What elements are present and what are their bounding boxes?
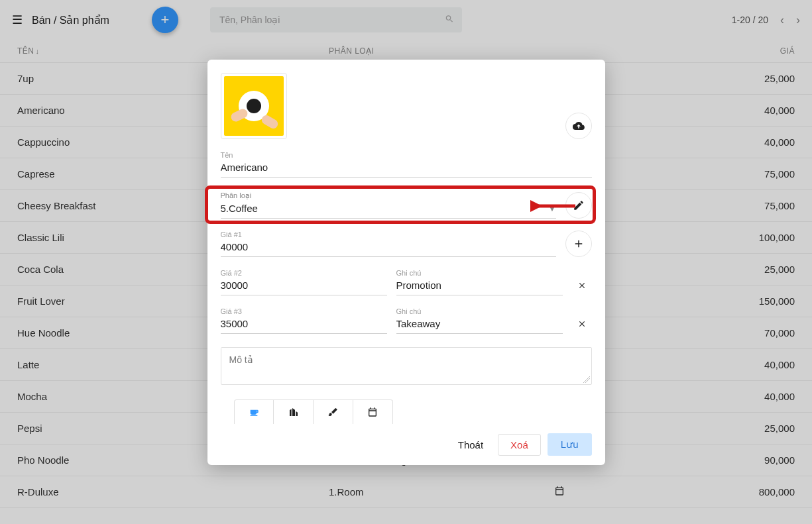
- remove-price2-button[interactable]: [572, 276, 592, 295]
- upload-image-button[interactable]: [565, 113, 592, 139]
- add-price-button[interactable]: [565, 231, 592, 257]
- price2-label: Giá #2: [221, 269, 387, 277]
- delete-button[interactable]: Xoá: [498, 434, 541, 456]
- brush-icon: [327, 407, 338, 417]
- price1-input[interactable]: [221, 238, 556, 257]
- category-label: Phân loại: [221, 191, 252, 199]
- edit-icon: [573, 199, 585, 211]
- chevron-down-icon: ▼: [549, 205, 556, 213]
- calendar-icon: [367, 407, 378, 417]
- category-value: 5.Coffee: [221, 203, 258, 214]
- name-input[interactable]: [221, 159, 592, 178]
- price3-label: Giá #3: [221, 307, 387, 315]
- plus-icon: [573, 238, 585, 250]
- modal-overlay: Tên Phân loại 5.Coffee ▼ Giá #1: [0, 0, 812, 524]
- type-tabbar: [234, 399, 393, 424]
- price1-label: Giá #1: [221, 231, 556, 238]
- resize-handle-icon[interactable]: [583, 376, 590, 383]
- save-button[interactable]: Lưu: [548, 433, 592, 456]
- tab-food[interactable]: [274, 400, 314, 424]
- cloud-upload-icon: [573, 120, 585, 132]
- exit-button[interactable]: Thoát: [450, 434, 491, 456]
- buildings-icon: [288, 407, 299, 417]
- price3-input[interactable]: [221, 315, 387, 334]
- edit-category-button[interactable]: [565, 192, 592, 219]
- note3-input[interactable]: [396, 315, 563, 334]
- modal-footer: Thoát Xoá Lưu: [221, 433, 592, 456]
- price2-input[interactable]: [221, 277, 387, 295]
- tab-schedule[interactable]: [353, 400, 392, 424]
- remove-price3-button[interactable]: [572, 314, 592, 334]
- name-label: Tên: [221, 151, 592, 159]
- cup-icon: [249, 407, 259, 417]
- product-thumbnail[interactable]: [221, 73, 287, 139]
- close-icon: [577, 281, 587, 290]
- note2-label: Ghi chú: [396, 269, 563, 277]
- close-icon: [577, 319, 587, 329]
- description-wrap: [221, 347, 592, 385]
- product-modal: Tên Phân loại 5.Coffee ▼ Giá #1: [207, 60, 605, 465]
- note2-input[interactable]: [396, 277, 563, 295]
- tab-drink[interactable]: [235, 400, 274, 424]
- tab-service[interactable]: [314, 400, 353, 424]
- description-input[interactable]: [221, 348, 591, 382]
- note3-label: Ghi chú: [396, 307, 563, 315]
- category-field[interactable]: Phân loại 5.Coffee ▼: [221, 189, 556, 219]
